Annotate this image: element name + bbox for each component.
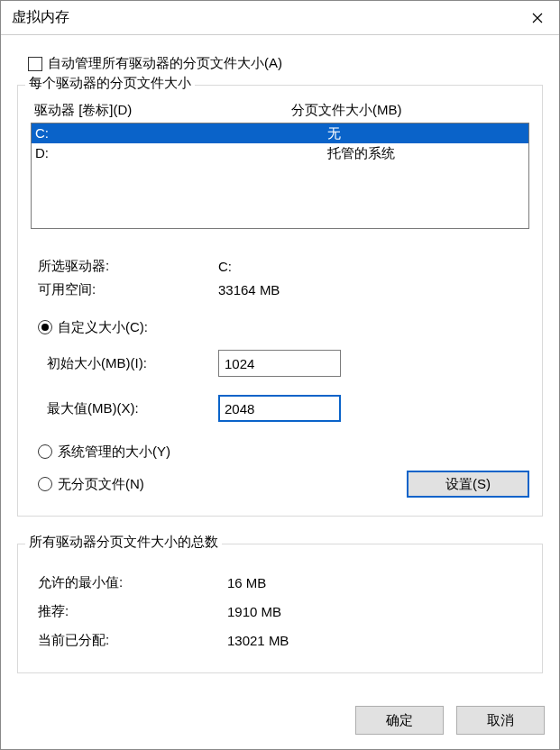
cancel-button[interactable]: 取消 (456, 706, 545, 735)
initial-size-label: 初始大小(MB)(I): (31, 355, 218, 372)
drive-list-headers: 驱动器 [卷标](D) 分页文件大小(MB) (31, 102, 529, 123)
drive-letter: C: (35, 123, 327, 143)
max-size-input[interactable] (218, 395, 341, 422)
min-allowed-label: 允许的最小值: (38, 574, 227, 591)
size-inputs: 初始大小(MB)(I): 最大值(MB)(X): (31, 341, 529, 431)
system-managed-radio[interactable] (38, 444, 52, 459)
virtual-memory-dialog: 虚拟内存 自动管理所有驱动器的分页文件大小(A) 每个驱动器的分页文件大小 驱动… (0, 0, 560, 750)
current-alloc-value: 13021 MB (227, 633, 529, 648)
recommended-value: 1910 MB (227, 604, 529, 619)
drive-row[interactable]: D: 托管的系统 (32, 143, 528, 163)
close-button[interactable] (516, 1, 559, 35)
min-allowed-value: 16 MB (227, 575, 529, 590)
set-button[interactable]: 设置(S) (407, 471, 529, 498)
dialog-content: 自动管理所有驱动器的分页文件大小(A) 每个驱动器的分页文件大小 驱动器 [卷标… (1, 35, 559, 693)
header-pagefile: 分页文件大小(MB) (291, 102, 529, 119)
max-size-label: 最大值(MB)(X): (31, 400, 218, 417)
no-pagefile-set-row: 无分页文件(N) 设置(S) (31, 471, 529, 498)
system-managed-row: 系统管理的大小(Y) (31, 438, 529, 465)
window-title: 虚拟内存 (12, 8, 516, 27)
totals-group: 所有驱动器分页文件大小的总数 允许的最小值: 16 MB 推荐: 1910 MB… (17, 544, 543, 673)
drive-row[interactable]: C: 无 (32, 123, 528, 143)
free-space-value: 33164 MB (218, 282, 529, 297)
drive-status: 托管的系统 (327, 143, 528, 163)
close-icon (532, 13, 543, 23)
drive-status: 无 (327, 123, 528, 143)
titlebar: 虚拟内存 (1, 1, 559, 35)
selected-drive-info: 所选驱动器: C: 可用空间: 33164 MB (31, 254, 529, 301)
selected-drive-label: 所选驱动器: (38, 258, 218, 275)
drive-group: 每个驱动器的分页文件大小 驱动器 [卷标](D) 分页文件大小(MB) C: 无… (17, 85, 543, 517)
header-drive: 驱动器 [卷标](D) (34, 102, 291, 119)
auto-manage-row: 自动管理所有驱动器的分页文件大小(A) (28, 55, 543, 72)
system-managed-label: 系统管理的大小(Y) (58, 444, 170, 461)
current-alloc-label: 当前已分配: (38, 632, 227, 649)
auto-manage-label: 自动管理所有驱动器的分页文件大小(A) (48, 55, 282, 72)
drive-letter: D: (35, 143, 327, 163)
custom-size-row: 自定义大小(C): (31, 314, 529, 341)
no-pagefile-radio[interactable] (38, 477, 52, 491)
recommended-label: 推荐: (38, 603, 227, 620)
custom-size-radio[interactable] (38, 320, 52, 334)
free-space-label: 可用空间: (38, 281, 218, 298)
auto-manage-checkbox[interactable] (28, 57, 42, 71)
drive-list[interactable]: C: 无 D: 托管的系统 (31, 123, 529, 229)
no-pagefile-row: 无分页文件(N) (31, 471, 407, 498)
drive-group-title: 每个驱动器的分页文件大小 (25, 75, 195, 92)
ok-button[interactable]: 确定 (355, 706, 444, 735)
no-pagefile-label: 无分页文件(N) (58, 476, 144, 493)
custom-size-label: 自定义大小(C): (58, 319, 148, 336)
totals-group-title: 所有驱动器分页文件大小的总数 (25, 534, 222, 551)
dialog-button-bar: 确定 取消 (1, 693, 559, 749)
selected-drive-value: C: (218, 259, 529, 274)
initial-size-input[interactable] (218, 350, 341, 377)
